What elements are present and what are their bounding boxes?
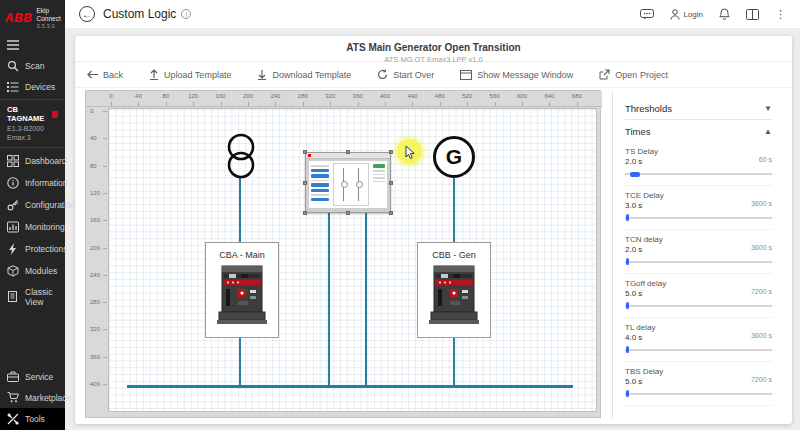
slider-max: 7200 s — [751, 288, 772, 295]
generator-symbol[interactable]: G — [433, 136, 475, 178]
logic-diagram-canvas[interactable]: G — [108, 108, 597, 412]
chat-icon[interactable] — [640, 9, 654, 20]
slider-thumb[interactable] — [630, 172, 640, 177]
start-over-button[interactable]: Start Over — [377, 69, 434, 80]
ruler-tickmark — [103, 302, 107, 303]
selection-handle[interactable] — [303, 150, 307, 154]
ruler-tickmark — [103, 166, 107, 167]
ruler-tickmark — [103, 329, 107, 330]
sidebar-item-modules[interactable]: Modules — [0, 260, 65, 282]
ruler-tick-label: 560 — [490, 93, 500, 99]
slider-track[interactable] — [625, 390, 772, 397]
upload-template-button[interactable]: Upload Template — [149, 69, 231, 80]
app-version: 3.5.3.0 — [37, 23, 61, 29]
info-icon — [7, 177, 19, 189]
mini-actions — [371, 161, 387, 208]
back-button[interactable]: Back — [87, 70, 123, 80]
ruler-tick-label: 240 — [90, 272, 100, 278]
abb-logo: ABB — [5, 11, 33, 25]
slider-track[interactable] — [625, 258, 772, 265]
sidebar-item-label: Service — [25, 372, 53, 382]
sidebar-item-classic-view[interactable]: Classic View — [0, 282, 65, 312]
slider-max: 7200 s — [751, 376, 772, 383]
open-project-button[interactable]: Open Project — [599, 69, 668, 80]
kebab-menu-icon[interactable]: ⋮ — [775, 8, 786, 21]
user-icon — [670, 9, 680, 20]
message-window-icon — [460, 70, 472, 80]
breaker-node-cbb-gen[interactable]: CBB - Gen — [417, 242, 491, 338]
breaker-label: CBB - Gen — [418, 250, 490, 260]
connection-line-controller-right[interactable] — [365, 209, 367, 386]
slider-value: 2.0 s — [625, 157, 772, 166]
dashboard-icon — [7, 155, 19, 167]
slider-track[interactable] — [625, 214, 772, 221]
sidebar-item-monitoring[interactable]: Monitoring — [0, 216, 65, 238]
reader-panel-icon[interactable] — [746, 9, 759, 20]
sidebar-item-tools[interactable]: Tools — [0, 408, 65, 430]
sidebar-item-dashboard[interactable]: Dashboard — [0, 150, 65, 172]
show-message-window-button[interactable]: Show Message Window — [460, 70, 573, 80]
selection-handle[interactable] — [303, 181, 307, 185]
device-model: E1.3-B2000 — [7, 125, 58, 132]
slider-thumb[interactable] — [626, 346, 629, 353]
sidebar-item-protections[interactable]: Protections — [0, 238, 65, 260]
mini-window-body — [309, 161, 387, 208]
ruler-tick-label: 640 — [544, 93, 554, 99]
sidebar-item-scan[interactable]: Scan — [0, 55, 65, 77]
bell-icon[interactable] — [719, 8, 730, 20]
slider-thumb[interactable] — [626, 214, 629, 221]
sidebar-item-information[interactable]: Information — [0, 172, 65, 194]
page-info-icon[interactable]: i — [181, 9, 191, 19]
sidebar-item-marketplace[interactable]: Marketplace — [0, 387, 65, 408]
selection-handle[interactable] — [346, 150, 350, 154]
download-template-button[interactable]: Download Template — [257, 69, 351, 80]
selection-handle[interactable] — [346, 211, 350, 215]
slider-thumb[interactable] — [626, 390, 629, 397]
selection-handle[interactable] — [389, 181, 393, 185]
selection-handle[interactable] — [303, 211, 307, 215]
times-section-header[interactable]: Times ▲ — [625, 120, 772, 142]
slider-tcn-delay: TCN delay 2.0 s 3600 s — [625, 230, 772, 274]
slider-track[interactable] — [625, 170, 772, 177]
slider-track[interactable] — [625, 302, 772, 309]
slider-label: TGoff delay — [625, 279, 772, 288]
ruler-tick-label: 0 — [109, 93, 112, 99]
slider-label: TCE Delay — [625, 191, 772, 200]
ruler-tickmark — [522, 102, 523, 106]
sidebar-item-configuration[interactable]: Configuration — [0, 194, 65, 216]
transformer-symbol[interactable] — [222, 133, 260, 181]
selection-handle[interactable] — [389, 150, 393, 154]
ruler-tickmark — [103, 384, 107, 385]
menu-toggle[interactable] — [0, 35, 65, 55]
breaker-node-cba-main[interactable]: CBA - Main — [205, 242, 279, 338]
selection-handle[interactable] — [389, 211, 393, 215]
thresholds-section-header[interactable]: Thresholds ▼ — [625, 98, 772, 120]
embedded-controller-screenshot[interactable] — [305, 152, 391, 213]
slider-thumb[interactable] — [626, 302, 629, 309]
project-header: ATS Main Generator Open Transition ATS M… — [75, 36, 792, 62]
top-header: ← Custom Logic i Login ⋮ — [65, 0, 800, 28]
ruler-tick-label: 360 — [353, 93, 363, 99]
bar-chart-icon — [7, 221, 19, 233]
app-logo: ABB Ekip Connect 3.5.3.0 — [0, 0, 65, 35]
breaker-device-image — [217, 264, 267, 326]
ruler-tick-label: 80 — [162, 93, 169, 99]
connection-line-controller-left[interactable] — [328, 209, 330, 386]
sidebar-item-devices[interactable]: Devices — [0, 77, 65, 97]
ruler-tick-label: 240 — [270, 93, 280, 99]
ruler-tickmark — [193, 102, 194, 106]
generator-letter: G — [446, 145, 462, 169]
slider-thumb[interactable] — [626, 258, 629, 265]
slider-label: TCN delay — [625, 235, 772, 244]
ruler-tick-label: 40 — [90, 135, 97, 141]
connected-device-info[interactable]: CB TAGNAME E1.3-B2000 Emax 3 — [0, 99, 65, 148]
ruler-tick-label: 320 — [90, 326, 100, 332]
sidebar-item-service[interactable]: Service — [0, 366, 65, 387]
ruler-tick-label: 360 — [90, 354, 100, 360]
ruler-tick-label: 0 — [90, 108, 93, 114]
slider-track[interactable] — [625, 346, 772, 353]
login-button[interactable]: Login — [670, 9, 703, 20]
bottom-bus-line[interactable] — [127, 385, 573, 388]
ruler-tick-label: 80 — [90, 163, 97, 169]
back-circle-button[interactable]: ← — [79, 6, 95, 22]
